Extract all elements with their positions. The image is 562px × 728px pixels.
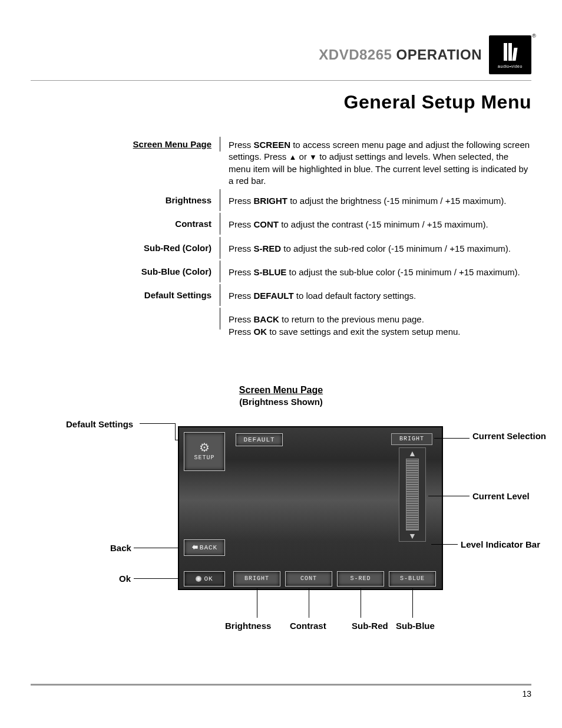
level-up-arrow-icon[interactable]: ▲ bbox=[408, 449, 416, 457]
section-name: OPERATION bbox=[396, 47, 482, 62]
definition-label: Contrast bbox=[85, 213, 220, 235]
callout-back: Back bbox=[110, 543, 131, 553]
page-title: General Setup Menu bbox=[31, 91, 531, 113]
sblue-button[interactable]: S-BLUE bbox=[389, 571, 436, 587]
model-number: XDVD8265 bbox=[319, 47, 392, 62]
sred-button[interactable]: S-RED bbox=[337, 571, 384, 587]
definition-row: Screen Menu PagePress SCREEN to access s… bbox=[85, 137, 531, 189]
default-button[interactable]: DEFAULT bbox=[236, 433, 283, 446]
level-bar-fill bbox=[406, 459, 419, 531]
callout-contrast: Contrast bbox=[290, 621, 326, 631]
settings-definition-list: Screen Menu PagePress SCREEN to access s… bbox=[85, 137, 531, 344]
diagram-title: Screen Menu Page bbox=[31, 385, 531, 396]
definition-label: Sub-Blue (Color) bbox=[85, 261, 220, 282]
diagram-subtitle: (Brightness Shown) bbox=[31, 397, 531, 407]
ok-dot-icon bbox=[196, 576, 201, 582]
callout-current-level: Current Level bbox=[472, 491, 530, 501]
definition-label: Sub-Red (Color) bbox=[85, 237, 220, 259]
definition-row: Default SettingsPress DEFAULT to load de… bbox=[85, 284, 531, 308]
back-arrow-icon: 🡄 bbox=[191, 543, 199, 551]
definition-body: Press DEFAULT to load default factory se… bbox=[220, 284, 531, 308]
setup-button[interactable]: ⚙ SETUP bbox=[184, 432, 225, 471]
header-divider bbox=[31, 80, 531, 81]
page-number: 13 bbox=[31, 689, 531, 699]
header-title: XDVD8265 OPERATION bbox=[319, 47, 482, 63]
definition-label: Default Settings bbox=[85, 284, 220, 306]
callout-default-settings: Default Settings bbox=[66, 419, 133, 429]
definition-label bbox=[85, 308, 220, 330]
definition-label: Screen Menu Page bbox=[85, 137, 220, 151]
footer-divider bbox=[31, 684, 531, 686]
definition-row: BrightnessPress BRIGHT to adjust the bri… bbox=[85, 189, 531, 213]
callout-sub-blue: Sub-Blue bbox=[396, 621, 435, 631]
level-down-arrow-icon[interactable]: ▼ bbox=[408, 532, 416, 540]
current-selection-label: BRIGHT bbox=[391, 433, 432, 445]
diagram-block: Screen Menu Page (Brightness Shown) Defa… bbox=[31, 385, 531, 668]
callout-level-bar: Level Indicator Bar bbox=[461, 539, 540, 549]
cont-button[interactable]: CONT bbox=[285, 571, 332, 587]
logo-bars-icon bbox=[504, 42, 517, 63]
brand-logo: ® audio•video bbox=[489, 35, 531, 74]
bright-button[interactable]: BRIGHT bbox=[233, 571, 280, 587]
definition-body: Press S-RED to adjust the sub-red color … bbox=[220, 237, 531, 261]
definition-body: Press S-BLUE to adjust the sub-blue colo… bbox=[220, 261, 531, 284]
diagram-canvas: Default Settings Back Ok ⚙ SETUP DEFAULT… bbox=[31, 426, 531, 668]
definition-body: Press BACK to return to the previous men… bbox=[220, 308, 531, 344]
registered-mark: ® bbox=[532, 33, 536, 39]
callout-sub-red: Sub-Red bbox=[352, 621, 388, 631]
definition-body: Press BRIGHT to adjust the brightness (-… bbox=[220, 189, 531, 213]
logo-subtext: audio•video bbox=[498, 64, 523, 68]
page-header: XDVD8265 OPERATION ® audio•video bbox=[31, 35, 531, 74]
definition-row: Sub-Blue (Color)Press S-BLUE to adjust t… bbox=[85, 261, 531, 284]
definition-label: Brightness bbox=[85, 189, 220, 211]
back-button[interactable]: 🡄 BACK bbox=[184, 539, 225, 556]
definition-row: Press BACK to return to the previous men… bbox=[85, 308, 531, 344]
gear-icon: ⚙ bbox=[199, 442, 210, 453]
definition-row: ContrastPress CONT to adjust the contras… bbox=[85, 213, 531, 236]
level-indicator[interactable]: ▲ ▼ bbox=[399, 447, 426, 542]
callout-brightness: Brightness bbox=[225, 621, 271, 631]
definition-body: Press CONT to adjust the contrast (-15 m… bbox=[220, 213, 531, 236]
callout-ok: Ok bbox=[119, 574, 131, 584]
callout-current-selection: Current Selection bbox=[472, 431, 546, 441]
definition-row: Sub-Red (Color)Press S-RED to adjust the… bbox=[85, 237, 531, 261]
ok-button[interactable]: OK bbox=[184, 571, 225, 587]
definition-body: Press SCREEN to access screen menu page … bbox=[220, 137, 531, 189]
